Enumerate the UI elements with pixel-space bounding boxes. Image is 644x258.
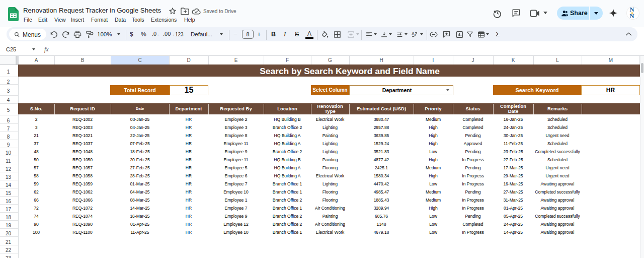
- svg-text:A: A: [412, 31, 415, 36]
